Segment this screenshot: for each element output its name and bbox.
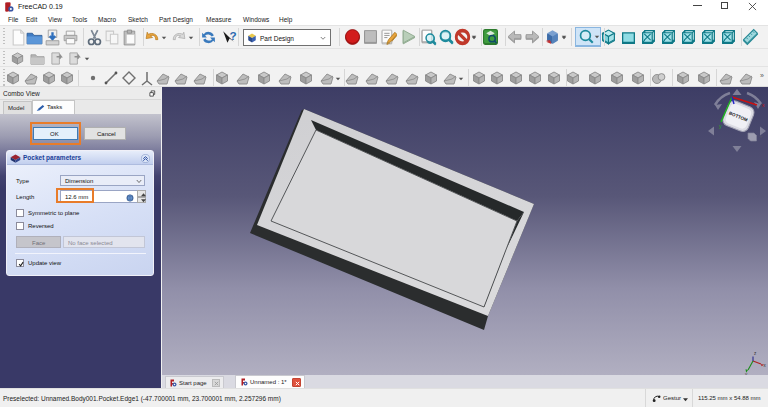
svg-text:?: ? [230,29,237,42]
